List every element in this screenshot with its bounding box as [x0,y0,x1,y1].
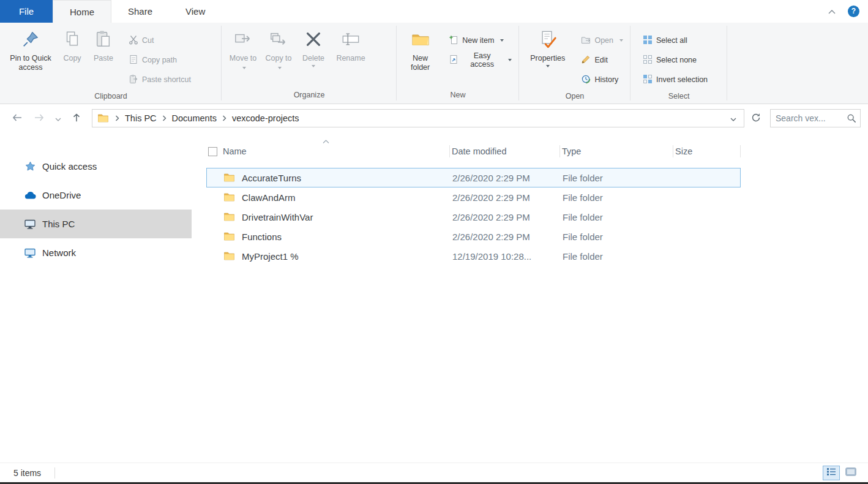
file-date-modified: 2/26/2020 2:29 PM [451,192,561,203]
breadcrumb-chevron-icon[interactable] [159,115,170,121]
sidebar-item-quick-access[interactable]: Quick access [0,152,194,181]
organize-group-body: Move to Copy to Delete Rename [222,23,397,89]
edit-button[interactable]: Edit [577,51,612,69]
select-group-caption: Select [630,90,727,104]
collapse-ribbon-button[interactable] [826,4,838,18]
clipboard-group-body: Pin to Quick access Copy Paste Cut [0,23,222,90]
file-row-clawandarm[interactable]: ClawAndArm 2/26/2020 2:29 PM File folder [206,187,741,207]
forward-icon [33,112,45,126]
ribbon-group-open: Properties Open Edit History [519,23,630,104]
column-header-name[interactable]: Name [221,141,450,162]
file-row-accurateturns[interactable]: AccurateTurns 2/26/2020 2:29 PM File fol… [206,168,741,187]
invert-selection-button[interactable]: Invert selection [639,70,711,89]
file-row-functions[interactable]: Functions 2/26/2020 2:29 PM File folder [206,227,741,246]
new-item-icon [449,35,458,47]
cut-icon [129,35,138,47]
status-bar: 5 items [0,463,868,482]
ribbon-group-organize: Move to Copy to Delete Rename Organize [222,23,397,104]
paste-shortcut-button[interactable]: Paste shortcut [125,70,195,89]
breadcrumb-chevron-icon[interactable] [112,115,122,121]
status-divider [54,467,55,478]
select-group-body: Select all Select none Invert selection [630,23,727,90]
rename-button[interactable]: Rename [331,23,371,63]
help-icon: ? [851,7,856,15]
ribbon-group-new: New folder New item Easy access New [397,23,519,104]
up-button[interactable] [66,110,87,127]
recent-locations-button[interactable] [50,112,66,126]
open-small-buttons: Open Edit History [577,31,627,90]
tab-view[interactable]: View [169,0,222,23]
pin-label: Pin to Quick access [10,54,51,72]
folder-icon [222,252,240,260]
delete-icon [304,30,323,51]
sidebar-item-this-pc[interactable]: This PC [0,210,192,238]
breadcrumb-chevron-icon[interactable] [219,115,230,121]
column-header-date-modified[interactable]: Date modified [450,141,560,162]
clipboard-small-buttons: Cut Copy path Paste shortcut [125,31,195,90]
cut-button[interactable]: Cut [125,31,157,50]
new-item-label: New item [462,36,494,45]
breadcrumb-documents[interactable]: Documents [170,113,219,123]
new-item-button[interactable]: New item [445,31,507,50]
edit-label: Edit [594,56,608,64]
search-input[interactable] [776,113,847,123]
ribbon: Pin to Quick access Copy Paste Cut [0,23,868,104]
copy-to-button[interactable]: Copy to [261,23,296,72]
file-type: File folder [561,232,674,242]
pin-to-quick-access-button[interactable]: Pin to Quick access [4,23,58,72]
sidebar-item-label: OneDrive [42,190,81,200]
file-type: File folder [561,251,674,262]
tab-file[interactable]: File [0,0,53,23]
select-all-checkbox[interactable] [206,147,221,156]
delete-button[interactable]: Delete [296,23,331,67]
column-header-size[interactable]: Size [673,141,741,162]
select-all-button[interactable]: Select all [639,31,691,50]
folder-icon [222,193,240,202]
forward-button[interactable] [28,109,50,128]
select-none-button[interactable]: Select none [639,51,700,69]
tab-home[interactable]: Home [53,0,111,23]
open-label: Open [594,36,613,45]
dropdown-caret [242,67,246,69]
thumbnail-view-button[interactable] [842,466,859,480]
address-bar[interactable]: This PC Documents vexcode-projects [92,109,744,127]
this-pc-monitor-icon [24,219,36,229]
address-dropdown-button[interactable] [727,112,740,126]
breadcrumb-this-pc[interactable]: This PC [122,113,159,123]
new-group-body: New folder New item Easy access [397,23,519,89]
copy-path-button[interactable]: Copy path [125,51,181,69]
file-rows: AccurateTurns 2/26/2020 2:29 PM File fol… [206,168,868,266]
file-row-myproject1[interactable]: MyProject1 % 12/19/2019 10:28... File fo… [206,246,741,266]
file-row-drivetrainwithvar[interactable]: DrivetrainWithVar 2/26/2020 2:29 PM File… [206,207,741,227]
collapse-ribbon-icon [828,7,836,16]
refresh-button[interactable] [747,110,765,127]
sidebar-item-network[interactable]: Network [0,238,194,267]
move-to-button[interactable]: Move to [225,23,261,72]
sidebar-item-onedrive[interactable]: OneDrive [0,181,194,210]
copy-label: Copy [63,54,81,62]
column-header-type[interactable]: Type [560,141,673,162]
file-date-modified: 12/19/2019 10:28... [451,251,561,262]
file-name: Functions [240,232,451,242]
thumbnail-view-icon [845,467,856,478]
rename-icon [342,30,360,51]
back-button[interactable] [6,109,28,128]
new-folder-button[interactable]: New folder [400,23,440,72]
up-icon [71,112,82,125]
items-count: 5 items [13,468,41,478]
folder-icon [222,232,240,241]
new-folder-icon [411,30,430,51]
invert-selection-icon [643,74,653,86]
properties-button[interactable]: Properties [523,23,572,67]
open-button[interactable]: Open [577,31,627,50]
history-button[interactable]: History [577,70,622,89]
search-icon[interactable] [847,113,856,123]
tab-share[interactable]: Share [111,0,169,23]
paste-button[interactable]: Paste [87,23,120,63]
copy-button[interactable]: Copy [58,23,87,63]
help-button[interactable]: ? [848,6,859,17]
easy-access-button[interactable]: Easy access [445,51,515,69]
onedrive-cloud-icon [24,192,36,199]
details-view-button[interactable] [823,466,840,480]
breadcrumb-vexcode-projects[interactable]: vexcode-projects [230,113,302,123]
